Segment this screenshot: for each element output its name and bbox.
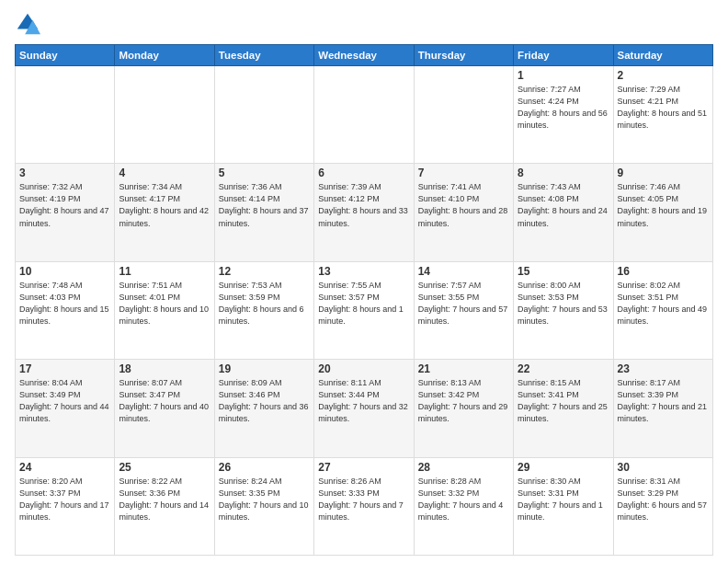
day-info: Sunrise: 7:43 AMSunset: 4:08 PMDaylight:… xyxy=(518,181,609,229)
calendar-cell: 5Sunrise: 7:36 AMSunset: 4:14 PMDaylight… xyxy=(214,164,313,261)
day-number: 27 xyxy=(318,461,409,474)
calendar-cell: 16Sunrise: 8:02 AMSunset: 3:51 PMDayligh… xyxy=(613,261,712,359)
weekday-header-sunday: Sunday xyxy=(16,45,115,66)
weekday-header-friday: Friday xyxy=(514,45,613,66)
day-number: 11 xyxy=(119,265,210,278)
day-info: Sunrise: 8:11 AMSunset: 3:44 PMDaylight:… xyxy=(318,377,409,425)
calendar-cell xyxy=(115,66,214,164)
day-number: 19 xyxy=(219,362,310,375)
calendar-cell: 1Sunrise: 7:27 AMSunset: 4:24 PMDaylight… xyxy=(514,66,613,164)
day-number: 15 xyxy=(518,265,609,278)
calendar-cell: 25Sunrise: 8:22 AMSunset: 3:36 PMDayligh… xyxy=(115,457,214,555)
calendar-cell: 2Sunrise: 7:29 AMSunset: 4:21 PMDaylight… xyxy=(613,66,712,164)
calendar-cell: 6Sunrise: 7:39 AMSunset: 4:12 PMDaylight… xyxy=(314,164,414,261)
day-info: Sunrise: 8:22 AMSunset: 3:36 PMDaylight:… xyxy=(119,476,210,523)
day-info: Sunrise: 7:46 AMSunset: 4:05 PMDaylight:… xyxy=(618,181,709,229)
day-number: 2 xyxy=(618,69,709,82)
weekday-header-saturday: Saturday xyxy=(613,45,712,66)
day-info: Sunrise: 8:04 AMSunset: 3:49 PMDaylight:… xyxy=(19,377,110,425)
logo xyxy=(15,11,44,37)
calendar-cell: 13Sunrise: 7:55 AMSunset: 3:57 PMDayligh… xyxy=(314,261,414,359)
calendar-cell: 9Sunrise: 7:46 AMSunset: 4:05 PMDaylight… xyxy=(613,164,712,261)
calendar-cell: 21Sunrise: 8:13 AMSunset: 3:42 PMDayligh… xyxy=(414,360,513,457)
calendar-cell: 8Sunrise: 7:43 AMSunset: 4:08 PMDaylight… xyxy=(514,164,613,261)
day-number: 14 xyxy=(418,265,509,278)
day-info: Sunrise: 8:17 AMSunset: 3:39 PMDaylight:… xyxy=(618,377,709,425)
calendar-cell: 7Sunrise: 7:41 AMSunset: 4:10 PMDaylight… xyxy=(414,164,513,261)
day-info: Sunrise: 7:57 AMSunset: 3:55 PMDaylight:… xyxy=(418,280,509,327)
day-info: Sunrise: 8:30 AMSunset: 3:31 PMDaylight:… xyxy=(518,476,609,523)
week-row-1: 3Sunrise: 7:32 AMSunset: 4:19 PMDaylight… xyxy=(16,164,713,261)
calendar-cell: 20Sunrise: 8:11 AMSunset: 3:44 PMDayligh… xyxy=(314,360,414,457)
calendar-cell: 4Sunrise: 7:34 AMSunset: 4:17 PMDaylight… xyxy=(115,164,214,261)
day-info: Sunrise: 8:15 AMSunset: 3:41 PMDaylight:… xyxy=(518,377,609,425)
day-info: Sunrise: 8:26 AMSunset: 3:33 PMDaylight:… xyxy=(318,476,409,523)
calendar-cell: 22Sunrise: 8:15 AMSunset: 3:41 PMDayligh… xyxy=(514,360,613,457)
day-info: Sunrise: 8:20 AMSunset: 3:37 PMDaylight:… xyxy=(19,476,110,523)
page: SundayMondayTuesdayWednesdayThursdayFrid… xyxy=(0,0,728,563)
calendar-cell: 19Sunrise: 8:09 AMSunset: 3:46 PMDayligh… xyxy=(214,360,313,457)
weekday-row: SundayMondayTuesdayWednesdayThursdayFrid… xyxy=(16,45,713,66)
day-number: 23 xyxy=(618,362,709,375)
calendar-cell xyxy=(214,66,313,164)
weekday-header-thursday: Thursday xyxy=(414,45,513,66)
day-number: 17 xyxy=(19,362,110,375)
calendar-cell: 10Sunrise: 7:48 AMSunset: 4:03 PMDayligh… xyxy=(16,261,115,359)
calendar-cell: 18Sunrise: 8:07 AMSunset: 3:47 PMDayligh… xyxy=(115,360,214,457)
calendar-cell: 30Sunrise: 8:31 AMSunset: 3:29 PMDayligh… xyxy=(613,457,712,555)
day-info: Sunrise: 7:55 AMSunset: 3:57 PMDaylight:… xyxy=(318,280,409,327)
day-info: Sunrise: 7:41 AMSunset: 4:10 PMDaylight:… xyxy=(418,181,509,229)
calendar-cell: 29Sunrise: 8:30 AMSunset: 3:31 PMDayligh… xyxy=(514,457,613,555)
day-info: Sunrise: 7:48 AMSunset: 4:03 PMDaylight:… xyxy=(19,280,110,327)
week-row-3: 17Sunrise: 8:04 AMSunset: 3:49 PMDayligh… xyxy=(16,360,713,457)
calendar-cell: 24Sunrise: 8:20 AMSunset: 3:37 PMDayligh… xyxy=(16,457,115,555)
day-info: Sunrise: 7:34 AMSunset: 4:17 PMDaylight:… xyxy=(119,181,210,229)
calendar-cell xyxy=(414,66,513,164)
weekday-header-wednesday: Wednesday xyxy=(314,45,414,66)
calendar-cell: 23Sunrise: 8:17 AMSunset: 3:39 PMDayligh… xyxy=(613,360,712,457)
day-number: 9 xyxy=(618,167,709,179)
calendar-cell: 27Sunrise: 8:26 AMSunset: 3:33 PMDayligh… xyxy=(314,457,414,555)
week-row-2: 10Sunrise: 7:48 AMSunset: 4:03 PMDayligh… xyxy=(16,261,713,359)
day-number: 21 xyxy=(418,362,509,375)
day-info: Sunrise: 7:27 AMSunset: 4:24 PMDaylight:… xyxy=(518,84,609,132)
day-info: Sunrise: 8:24 AMSunset: 3:35 PMDaylight:… xyxy=(219,476,310,523)
day-number: 3 xyxy=(19,167,110,179)
day-number: 28 xyxy=(418,461,509,474)
day-info: Sunrise: 7:29 AMSunset: 4:21 PMDaylight:… xyxy=(618,84,709,132)
day-info: Sunrise: 7:39 AMSunset: 4:12 PMDaylight:… xyxy=(318,181,409,229)
calendar-cell: 15Sunrise: 8:00 AMSunset: 3:53 PMDayligh… xyxy=(514,261,613,359)
calendar-cell xyxy=(314,66,414,164)
day-number: 1 xyxy=(518,69,609,82)
day-info: Sunrise: 8:13 AMSunset: 3:42 PMDaylight:… xyxy=(418,377,509,425)
day-number: 22 xyxy=(518,362,609,375)
day-number: 10 xyxy=(19,265,110,278)
day-number: 8 xyxy=(518,167,609,179)
header xyxy=(15,11,713,37)
day-number: 5 xyxy=(219,167,310,179)
weekday-header-tuesday: Tuesday xyxy=(214,45,313,66)
calendar-cell: 28Sunrise: 8:28 AMSunset: 3:32 PMDayligh… xyxy=(414,457,513,555)
calendar-cell: 12Sunrise: 7:53 AMSunset: 3:59 PMDayligh… xyxy=(214,261,313,359)
day-info: Sunrise: 7:51 AMSunset: 4:01 PMDaylight:… xyxy=(119,280,210,327)
day-info: Sunrise: 7:32 AMSunset: 4:19 PMDaylight:… xyxy=(19,181,110,229)
day-info: Sunrise: 7:53 AMSunset: 3:59 PMDaylight:… xyxy=(219,280,310,327)
day-info: Sunrise: 8:02 AMSunset: 3:51 PMDaylight:… xyxy=(618,280,709,327)
day-number: 7 xyxy=(418,167,509,179)
day-info: Sunrise: 7:36 AMSunset: 4:14 PMDaylight:… xyxy=(219,181,310,229)
calendar-header: SundayMondayTuesdayWednesdayThursdayFrid… xyxy=(16,45,713,66)
day-info: Sunrise: 8:07 AMSunset: 3:47 PMDaylight:… xyxy=(119,377,210,425)
day-number: 16 xyxy=(618,265,709,278)
day-number: 20 xyxy=(318,362,409,375)
week-row-4: 24Sunrise: 8:20 AMSunset: 3:37 PMDayligh… xyxy=(16,457,713,555)
calendar-cell: 14Sunrise: 7:57 AMSunset: 3:55 PMDayligh… xyxy=(414,261,513,359)
calendar-cell: 11Sunrise: 7:51 AMSunset: 4:01 PMDayligh… xyxy=(115,261,214,359)
calendar-body: 1Sunrise: 7:27 AMSunset: 4:24 PMDaylight… xyxy=(16,66,713,556)
week-row-0: 1Sunrise: 7:27 AMSunset: 4:24 PMDaylight… xyxy=(16,66,713,164)
day-number: 18 xyxy=(119,362,210,375)
day-number: 25 xyxy=(119,461,210,474)
day-info: Sunrise: 8:09 AMSunset: 3:46 PMDaylight:… xyxy=(219,377,310,425)
day-info: Sunrise: 8:31 AMSunset: 3:29 PMDaylight:… xyxy=(618,476,709,523)
day-number: 26 xyxy=(219,461,310,474)
day-number: 30 xyxy=(618,461,709,474)
